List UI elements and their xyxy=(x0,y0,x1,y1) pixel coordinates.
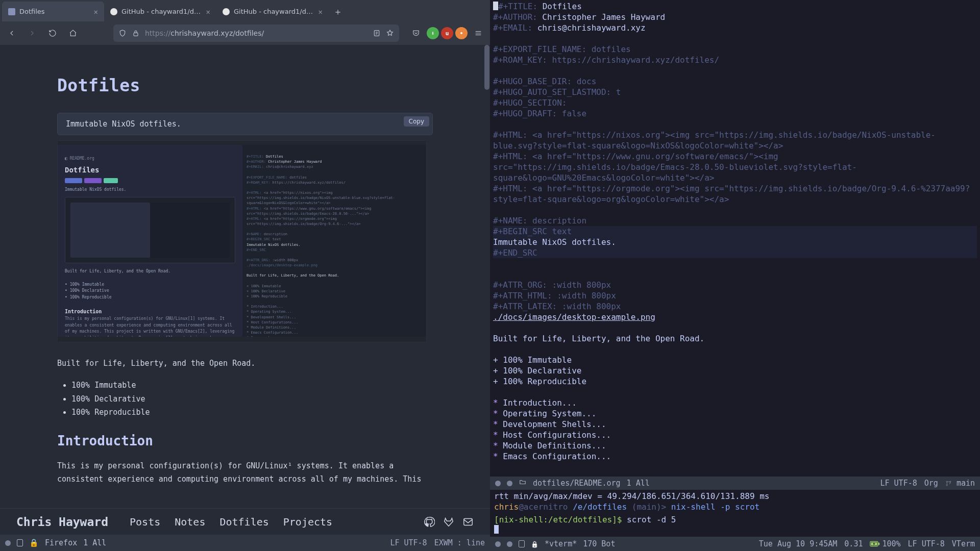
home-button[interactable] xyxy=(64,24,82,42)
gitlab-icon[interactable] xyxy=(443,516,454,528)
url-text: https://chrishayward.xyz/dotfiles/ xyxy=(145,29,368,37)
lock-icon xyxy=(132,29,140,37)
svg-point-4 xyxy=(946,485,947,486)
svg-rect-0 xyxy=(134,33,138,36)
favicon-icon xyxy=(223,8,230,15)
file-icon xyxy=(519,540,525,547)
nav-link-posts[interactable]: Posts xyxy=(130,516,160,528)
ublock-icon[interactable]: u xyxy=(441,27,453,39)
site-brand[interactable]: Chris Hayward xyxy=(16,515,108,529)
copy-button[interactable]: Copy xyxy=(404,116,429,127)
buffer-path: dotfiles/README.org xyxy=(533,479,621,488)
close-icon[interactable]: ✕ xyxy=(94,8,98,16)
emacs-frame: #+TITLE: Dotfiles #+AUTHOR: Christopher … xyxy=(490,0,980,551)
major-mode: VTerm xyxy=(952,539,975,548)
scrollbar[interactable] xyxy=(484,45,489,90)
reload-button[interactable] xyxy=(44,24,61,42)
svg-rect-7 xyxy=(878,543,879,545)
svg-point-5 xyxy=(950,481,951,482)
file-icon xyxy=(17,539,23,546)
pocket-icon[interactable] xyxy=(407,24,425,42)
buffer-name: Firefox xyxy=(45,538,77,547)
back-button[interactable] xyxy=(3,24,20,42)
status-dot-icon xyxy=(495,481,501,486)
tab-label: Dotfiles xyxy=(19,8,90,15)
coding: LF UTF-8 xyxy=(908,539,945,548)
list-item: 100% Reproducible xyxy=(71,406,433,419)
vterm-line: [nix-shell:/etc/dotfiles]$ scrot -d 5 xyxy=(494,514,976,525)
vterm-buffer[interactable]: rtt min/avg/max/mdev = 49.294/186.651/36… xyxy=(490,490,980,537)
folder-icon xyxy=(519,479,527,488)
position: 170 Bot xyxy=(583,539,615,548)
browser-tab-dotfiles[interactable]: Dotfiles ✕ xyxy=(2,2,104,21)
lock-icon xyxy=(531,539,538,548)
modeline-org: dotfiles/README.org 1 All LF UTF-8 Org m… xyxy=(490,477,980,490)
github-icon[interactable] xyxy=(424,516,435,528)
list-item: 100% Declarative xyxy=(71,392,433,406)
status-dot-icon xyxy=(495,541,501,547)
close-icon[interactable]: ✕ xyxy=(206,8,210,16)
mail-icon[interactable] xyxy=(462,516,474,528)
page-title: Dotfiles xyxy=(57,76,433,95)
git-branch: main xyxy=(945,479,975,488)
firefox-toolbar: https://chrishayward.xyz/dotfiles/ ⬇ u • xyxy=(0,21,490,45)
browser-tab-github-1[interactable]: GitHub - chayward1/dotf… ✕ xyxy=(104,2,216,21)
modeline-vterm: *vterm* 170 Bot Tue Aug 10 9:45AM 0.31 1… xyxy=(490,537,980,551)
svg-rect-2 xyxy=(464,518,473,525)
tab-label: GitHub - chayward1/dotf… xyxy=(121,8,202,15)
tab-label: GitHub - chayward1/dotf… xyxy=(234,8,314,15)
org-buffer[interactable]: #+TITLE: Dotfiles #+AUTHOR: Christopher … xyxy=(490,0,980,477)
tagline: Built for Life, Liberty, and the Open Ro… xyxy=(57,358,433,369)
forward-button[interactable] xyxy=(23,24,41,42)
shield-icon xyxy=(118,29,127,37)
list-item: 100% Immutable xyxy=(71,379,433,392)
vterm-cursor xyxy=(494,525,976,536)
section-heading: Introduction xyxy=(57,433,433,448)
favicon-icon xyxy=(110,8,117,15)
extension-icon[interactable]: ⬇ xyxy=(427,27,439,39)
svg-point-3 xyxy=(946,481,947,482)
coding: LF UTF-8 xyxy=(390,538,427,547)
close-icon[interactable]: ✕ xyxy=(318,8,323,16)
page-viewport: Dotfiles Copy Immutable NixOS dotfiles. … xyxy=(0,45,490,508)
nav-link-notes[interactable]: Notes xyxy=(175,516,205,528)
load-avg: 0.31 xyxy=(844,539,863,548)
firefox-tabbar: Dotfiles ✕ GitHub - chayward1/dotf… ✕ Gi… xyxy=(0,0,490,21)
position: 1 All xyxy=(83,538,106,547)
site-nav: Chris Hayward Posts Notes Dotfiles Proje… xyxy=(0,508,490,535)
browser-tab-github-2[interactable]: GitHub - chayward1/dotf… ✕ xyxy=(216,2,329,21)
favicon-icon xyxy=(8,8,15,15)
extension-icon[interactable]: • xyxy=(455,27,468,39)
clock: Tue Aug 10 9:45AM xyxy=(759,539,838,548)
status-dot-icon xyxy=(5,540,11,546)
modeline-firefox: 🔒 Firefox 1 All LF UTF-8 EXWM : line xyxy=(0,535,490,551)
nav-link-projects[interactable]: Projects xyxy=(283,516,332,528)
coding: LF UTF-8 xyxy=(880,479,917,488)
vterm-line: chris@acernitro /e/dotfiles (main)> nix-… xyxy=(494,502,976,512)
vterm-line: rtt min/avg/max/mdev = 49.294/186.651/36… xyxy=(494,491,976,502)
new-tab-button[interactable]: ＋ xyxy=(329,2,347,21)
nav-link-dotfiles[interactable]: Dotfiles xyxy=(219,516,268,528)
status-dot-icon xyxy=(507,541,512,547)
intro-paragraph: This is my personal configuration(s) for… xyxy=(57,460,433,486)
app-menu-button[interactable] xyxy=(470,24,487,42)
reader-mode-icon[interactable] xyxy=(373,29,381,37)
battery-indicator: 100% xyxy=(870,539,900,548)
status-dot-icon xyxy=(507,481,512,486)
major-mode: Org xyxy=(924,479,938,488)
url-bar[interactable]: https://chrishayward.xyz/dotfiles/ xyxy=(113,24,399,42)
lock-icon: 🔒 xyxy=(29,538,39,547)
desktop-screenshot-image: ◧ README.org Dotfiles Immutable NixOS do… xyxy=(57,140,427,342)
bookmark-star-icon[interactable] xyxy=(386,29,394,37)
feature-list: 100% Immutable 100% Declarative 100% Rep… xyxy=(71,379,433,419)
buffer-name: *vterm* xyxy=(545,539,577,548)
code-text: Immutable NixOS dotfiles. xyxy=(66,119,424,129)
code-block: Copy Immutable NixOS dotfiles. xyxy=(57,113,433,135)
position: 1 All xyxy=(627,479,650,488)
firefox-window: Dotfiles ✕ GitHub - chayward1/dotf… ✕ Gi… xyxy=(0,0,490,551)
major-mode: EXWM : line xyxy=(434,538,485,547)
